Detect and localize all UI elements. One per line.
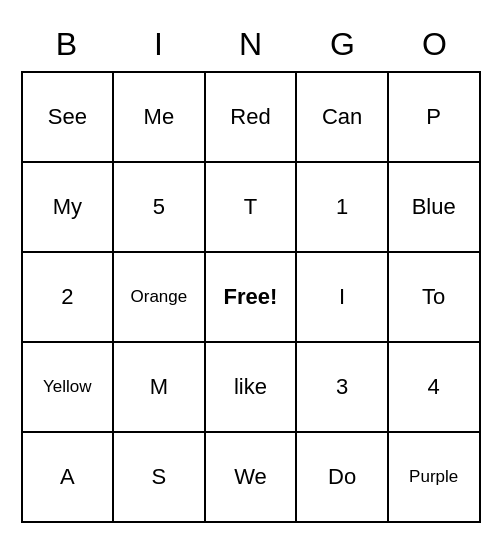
- bingo-cell-r2-c2: Free!: [206, 253, 298, 341]
- bingo-header: BINGO: [21, 22, 481, 67]
- bingo-cell-r1-c4: Blue: [389, 163, 479, 251]
- bingo-cell-r0-c0: See: [23, 73, 115, 161]
- bingo-row-0: SeeMeRedCanP: [23, 73, 479, 163]
- bingo-cell-r4-c0: A: [23, 433, 115, 521]
- bingo-row-2: 2OrangeFree!ITo: [23, 253, 479, 343]
- bingo-cell-r1-c3: 1: [297, 163, 389, 251]
- bingo-cell-r0-c3: Can: [297, 73, 389, 161]
- bingo-container: BINGO SeeMeRedCanPMy5T1Blue2OrangeFree!I…: [21, 22, 481, 523]
- bingo-row-3: YellowMlike34: [23, 343, 479, 433]
- header-letter-n: N: [205, 22, 297, 67]
- bingo-cell-r3-c1: M: [114, 343, 206, 431]
- header-letter-i: I: [113, 22, 205, 67]
- header-letter-b: B: [21, 22, 113, 67]
- header-letter-g: G: [297, 22, 389, 67]
- bingo-cell-r1-c0: My: [23, 163, 115, 251]
- bingo-cell-r1-c1: 5: [114, 163, 206, 251]
- bingo-cell-r0-c4: P: [389, 73, 479, 161]
- bingo-cell-r2-c4: To: [389, 253, 479, 341]
- bingo-cell-r3-c4: 4: [389, 343, 479, 431]
- header-letter-o: O: [389, 22, 481, 67]
- bingo-cell-r3-c2: like: [206, 343, 298, 431]
- bingo-cell-r4-c1: S: [114, 433, 206, 521]
- bingo-cell-r1-c2: T: [206, 163, 298, 251]
- bingo-row-1: My5T1Blue: [23, 163, 479, 253]
- bingo-row-4: ASWeDoPurple: [23, 433, 479, 521]
- bingo-cell-r3-c0: Yellow: [23, 343, 115, 431]
- bingo-cell-r2-c1: Orange: [114, 253, 206, 341]
- bingo-cell-r4-c4: Purple: [389, 433, 479, 521]
- bingo-cell-r2-c0: 2: [23, 253, 115, 341]
- bingo-cell-r2-c3: I: [297, 253, 389, 341]
- bingo-cell-r0-c1: Me: [114, 73, 206, 161]
- bingo-cell-r3-c3: 3: [297, 343, 389, 431]
- bingo-grid: SeeMeRedCanPMy5T1Blue2OrangeFree!IToYell…: [21, 71, 481, 523]
- bingo-cell-r4-c3: Do: [297, 433, 389, 521]
- bingo-cell-r4-c2: We: [206, 433, 298, 521]
- bingo-cell-r0-c2: Red: [206, 73, 298, 161]
